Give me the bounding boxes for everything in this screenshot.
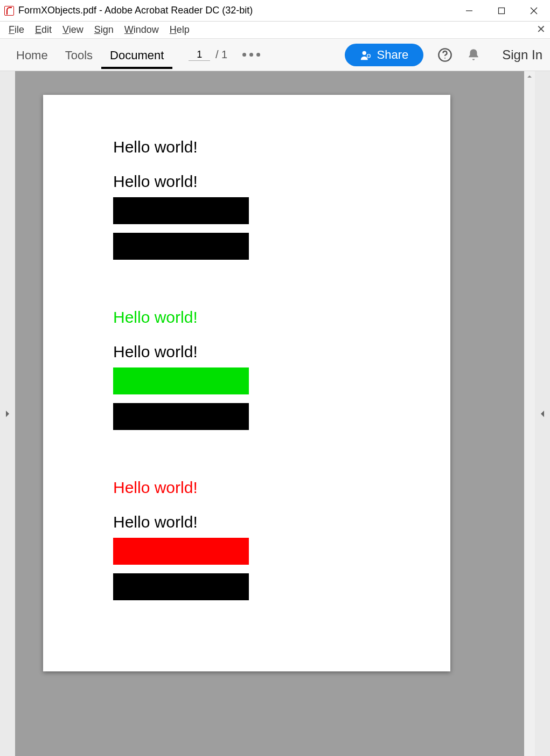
close-button[interactable] [518,0,550,22]
page-separator: / [212,48,221,61]
filled-rect [113,233,249,260]
acrobat-icon [4,6,14,16]
sign-in-button[interactable]: Sign In [502,47,542,63]
filled-rect [113,573,249,600]
tab-home[interactable]: Home [8,41,57,69]
menu-file[interactable]: File [3,23,30,37]
window-titlebar: FormXObjects.pdf - Adobe Acrobat Reader … [0,0,550,22]
page-navigator: / 1 [189,48,227,61]
page-number-input[interactable] [189,49,210,61]
menu-help[interactable]: Help [164,23,195,37]
text-line: Hello world! [113,138,249,156]
share-label: Share [377,48,409,62]
svg-point-9 [444,57,445,58]
document-viewport[interactable]: Hello world! Hello world! Hello world! H… [15,71,524,756]
svg-point-4 [362,51,366,54]
work-area: Hello world! Hello world! Hello world! H… [0,71,550,756]
menu-bar: File Edit View Sign Window Help ✕ [0,22,550,39]
minimize-button[interactable] [453,0,485,22]
filled-rect [113,197,249,224]
toolbar: Home Tools Document / 1 Share Sign In [0,39,550,71]
left-panel-toggle[interactable] [0,71,15,756]
more-tools-button[interactable] [242,53,260,57]
scroll-up-icon[interactable] [524,71,535,82]
filled-rect [113,538,249,565]
tab-document[interactable]: Document [101,41,172,69]
maximize-button[interactable] [485,0,518,22]
pdf-page: Hello world! Hello world! Hello world! H… [43,95,450,671]
notifications-button[interactable] [467,48,481,62]
share-icon [360,49,372,61]
text-line: Hello world! [113,308,249,327]
vertical-scrollbar[interactable] [524,71,535,756]
text-line: Hello world! [113,172,249,191]
text-line: Hello world! [113,478,249,497]
menu-window[interactable]: Window [119,23,164,37]
menu-edit[interactable]: Edit [30,23,57,37]
help-button[interactable] [437,47,452,63]
share-button[interactable]: Share [345,44,424,66]
menu-view[interactable]: View [57,23,89,37]
text-line: Hello world! [113,513,249,531]
window-title: FormXObjects.pdf - Adobe Acrobat Reader … [18,5,253,16]
page-total: 1 [221,48,227,61]
tab-tools[interactable]: Tools [57,41,101,69]
menu-sign[interactable]: Sign [89,23,119,37]
svg-rect-1 [499,8,505,13]
filled-rect [113,367,249,394]
text-line: Hello world! [113,343,249,361]
document-close-icon[interactable]: ✕ [537,24,546,34]
right-panel-toggle[interactable] [535,71,550,756]
filled-rect [113,403,249,430]
